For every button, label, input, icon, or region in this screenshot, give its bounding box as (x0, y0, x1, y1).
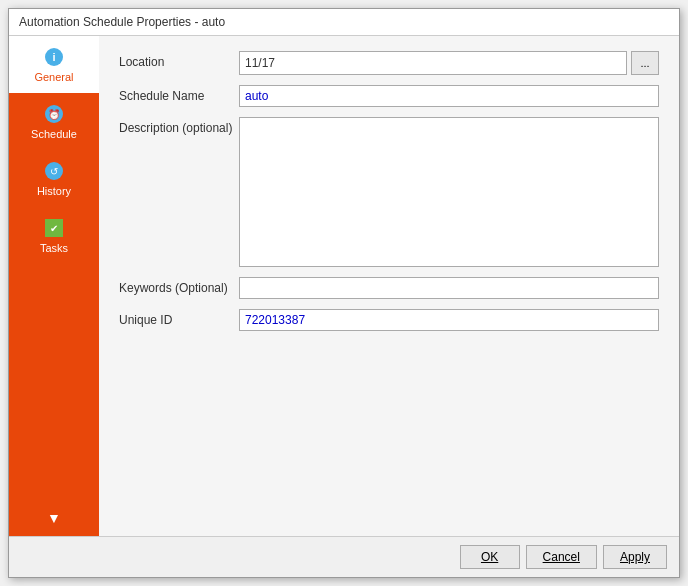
title-bar: Automation Schedule Properties - auto (9, 9, 679, 36)
info-icon: i (43, 46, 65, 68)
sidebar-item-tasks[interactable]: ✔ Tasks (9, 207, 99, 264)
window-title: Automation Schedule Properties - auto (19, 15, 225, 29)
sidebar: i General ⏰ Schedule ↺ History ✔ (9, 36, 99, 536)
location-label: Location (119, 51, 239, 69)
sidebar-item-history-label: History (37, 185, 71, 197)
schedule-name-label: Schedule Name (119, 85, 239, 103)
description-label: Description (optional) (119, 117, 239, 135)
sidebar-item-tasks-label: Tasks (40, 242, 68, 254)
sidebar-item-schedule-label: Schedule (31, 128, 77, 140)
schedule-name-field (239, 85, 659, 107)
apply-button[interactable]: Apply (603, 545, 667, 569)
keywords-label: Keywords (Optional) (119, 277, 239, 295)
location-input[interactable] (239, 51, 627, 75)
sidebar-item-general-label: General (34, 71, 73, 83)
schedule-name-input[interactable] (239, 85, 659, 107)
keywords-field (239, 277, 659, 299)
footer: OK Cancel Apply (9, 536, 679, 577)
description-textarea[interactable] (239, 117, 659, 267)
location-row: Location ... (119, 51, 659, 75)
keywords-input[interactable] (239, 277, 659, 299)
sidebar-bottom: ▼ (9, 500, 99, 536)
unique-id-label: Unique ID (119, 309, 239, 327)
location-input-group: ... (239, 51, 659, 75)
description-row: Description (optional) (119, 117, 659, 267)
main-panel: Location ... Schedule Name (99, 36, 679, 536)
sidebar-item-history[interactable]: ↺ History (9, 150, 99, 207)
sidebar-item-schedule[interactable]: ⏰ Schedule (9, 93, 99, 150)
main-window: Automation Schedule Properties - auto i … (8, 8, 680, 578)
down-arrow-icon: ▼ (47, 510, 61, 526)
unique-id-field (239, 309, 659, 331)
keywords-row: Keywords (Optional) (119, 277, 659, 299)
ok-button[interactable]: OK (460, 545, 520, 569)
sidebar-item-general[interactable]: i General (9, 36, 99, 93)
tasks-icon: ✔ (43, 217, 65, 239)
description-field (239, 117, 659, 267)
schedule-name-row: Schedule Name (119, 85, 659, 107)
schedule-icon: ⏰ (43, 103, 65, 125)
unique-id-row: Unique ID (119, 309, 659, 331)
cancel-button[interactable]: Cancel (526, 545, 597, 569)
unique-id-input[interactable] (239, 309, 659, 331)
browse-button[interactable]: ... (631, 51, 659, 75)
content-area: i General ⏰ Schedule ↺ History ✔ (9, 36, 679, 536)
history-icon: ↺ (43, 160, 65, 182)
location-field: ... (239, 51, 659, 75)
